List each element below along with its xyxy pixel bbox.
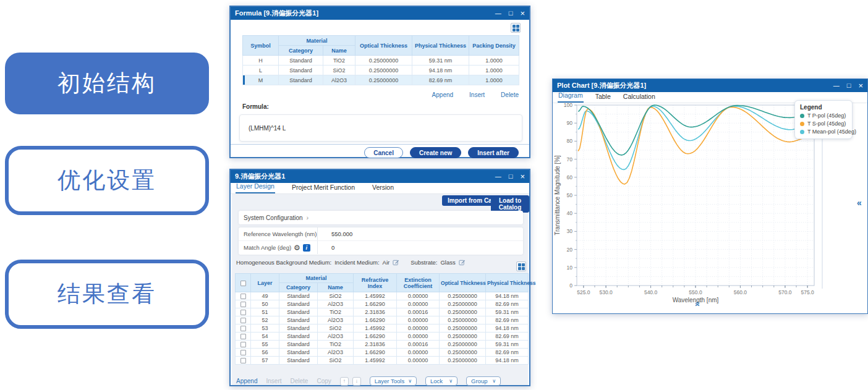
move-up-button[interactable]: ↑ xyxy=(340,377,349,386)
insert-link[interactable]: Insert xyxy=(469,91,485,98)
close-icon[interactable]: × xyxy=(520,172,525,180)
cell-physical_thickness: 82.69 nm xyxy=(486,300,529,308)
layer-table-row[interactable]: 57StandardSiO21.459920.000000.2500000094… xyxy=(236,357,529,365)
cell-optical_thickness: 0.25000000 xyxy=(440,300,486,308)
cell-physical_thickness: 94.18 nm xyxy=(486,357,529,365)
cell-physical_thickness: 94.18 nm xyxy=(412,66,469,75)
minimize-icon[interactable]: — xyxy=(833,83,840,89)
row-checkbox[interactable] xyxy=(240,294,246,299)
layer-table-row[interactable]: 50StandardAl2O31.662900.000000.250000008… xyxy=(236,300,529,308)
delete-link[interactable]: Delete xyxy=(501,91,519,98)
select-all-checkbox[interactable] xyxy=(240,281,246,286)
table-settings-icon[interactable] xyxy=(516,261,526,271)
formula-table-row[interactable]: HStandardTiO20.2500000059.31 nm1.0000 xyxy=(243,56,519,66)
delete-link[interactable]: Delete xyxy=(291,378,308,384)
cell-physical_thickness: 94.18 nm xyxy=(486,324,529,333)
close-icon[interactable]: × xyxy=(520,9,525,17)
row-checkbox[interactable] xyxy=(240,326,246,331)
row-checkbox[interactable] xyxy=(240,318,246,323)
move-down-button[interactable]: ↓ xyxy=(352,377,361,386)
cell-layer: 57 xyxy=(251,357,279,365)
collapse-panel-icon[interactable]: « xyxy=(857,198,862,208)
cell-category: Standard xyxy=(279,341,318,349)
settings-panel: Reference Wavelength (nm) 550.000 Match … xyxy=(239,227,523,255)
insert-link[interactable]: Insert xyxy=(266,378,281,384)
tab-project-merit-function[interactable]: Project Merit Function xyxy=(291,181,355,193)
formula-table-row[interactable]: MStandardAl2O30.2500000082.69 nm1.0000 xyxy=(243,75,519,85)
info-icon[interactable]: i xyxy=(303,244,310,252)
maximize-icon[interactable]: □ xyxy=(847,82,851,89)
cell-physical_thickness: 59.31 nm xyxy=(486,308,529,316)
layer-table-row[interactable]: 56StandardAl2O31.662900.000000.250000008… xyxy=(236,349,529,357)
copy-link[interactable]: Copy xyxy=(317,378,331,384)
formula-label: Formula: xyxy=(242,103,269,110)
insert-after-button[interactable]: Insert after xyxy=(468,147,519,158)
row-checkbox[interactable] xyxy=(240,310,246,315)
layer-table-row[interactable]: 53StandardSiO21.459920.000000.2500000094… xyxy=(236,324,529,333)
lock-dropdown[interactable]: Lock ∨ xyxy=(425,376,457,386)
legend-title: Legend xyxy=(800,104,847,111)
system-configuration-section[interactable]: System Configuration › xyxy=(239,211,523,224)
cell-physical_thickness: 59.31 nm xyxy=(486,341,529,349)
svg-text:530.0: 530.0 xyxy=(599,289,613,295)
formula-dialog-title: Formula [9.消偏振分光器1] xyxy=(235,9,495,18)
svg-text:60: 60 xyxy=(567,174,573,180)
menu-calculation[interactable]: Calculation xyxy=(623,90,656,103)
cell-name: TiO2 xyxy=(318,308,354,316)
layer-table-row[interactable]: 55StandardTiO22.318360.000160.2500000059… xyxy=(236,341,529,349)
match-angle-value[interactable]: 0 xyxy=(318,241,523,254)
cell-category: Standard xyxy=(279,357,318,365)
layer-table-row[interactable]: 52StandardAl2O31.662900.000000.250000008… xyxy=(236,316,529,324)
maximize-icon[interactable]: □ xyxy=(509,173,513,180)
step-optimization-settings[interactable]: 优化设置 xyxy=(5,146,209,215)
row-checkbox[interactable] xyxy=(240,342,246,347)
row-checkbox[interactable] xyxy=(240,358,246,363)
reference-wavelength-value[interactable]: 550.000 xyxy=(318,227,523,240)
cell-optical_thickness: 0.25000000 xyxy=(440,333,486,341)
row-checkbox[interactable] xyxy=(240,350,246,355)
layer-table-row[interactable]: 54StandardAl2O31.662900.000000.250000008… xyxy=(236,333,529,341)
up-arrow-icon: ↑ xyxy=(343,378,346,384)
row-checkbox[interactable] xyxy=(240,334,246,339)
tab-layer-design[interactable]: Layer Design xyxy=(236,180,275,193)
append-link[interactable]: Append xyxy=(236,378,257,384)
layer-table-row[interactable]: 49StandardSiO21.459920.000000.2500000094… xyxy=(236,292,529,300)
group-dropdown[interactable]: Group ∨ xyxy=(466,376,501,386)
maximize-icon[interactable]: □ xyxy=(509,10,513,17)
tab-version[interactable]: Version xyxy=(372,181,394,193)
cell-category: Standard xyxy=(279,75,323,85)
substrate-label: Substrate: xyxy=(411,259,437,266)
gear-icon[interactable]: ⚙ xyxy=(294,244,300,252)
incident-medium-value: Air xyxy=(383,259,390,266)
formula-table-row[interactable]: LStandardSiO20.2500000094.18 nm1.0000 xyxy=(243,66,519,75)
chart-legend: Legend T P-pol (45deg)T S-pol (45deg)T M… xyxy=(794,100,853,139)
formula-input[interactable]: (LMHM)^14 L xyxy=(239,114,522,142)
cell-category: Standard xyxy=(279,333,318,341)
step-result-view[interactable]: 结果查看 xyxy=(5,260,209,329)
cell-packing_density: 1.0000 xyxy=(469,75,519,85)
create-new-button[interactable]: Create new xyxy=(410,147,461,158)
col-extinction-coefficient: Extinction Coefficient xyxy=(397,274,440,292)
minimize-icon[interactable]: — xyxy=(495,174,501,180)
append-link[interactable]: Append xyxy=(432,91,453,98)
layer-tools-dropdown[interactable]: Layer Tools ∨ xyxy=(370,376,417,386)
table-settings-icon[interactable] xyxy=(511,23,521,33)
edit-icon[interactable] xyxy=(459,259,466,266)
collapse-bottom-icon[interactable]: « xyxy=(693,302,703,307)
menu-table[interactable]: Table xyxy=(595,90,611,103)
step-initial-structure[interactable]: 初始结构 xyxy=(5,53,209,114)
cell-optical_thickness: 0.25000000 xyxy=(440,292,486,300)
close-icon[interactable]: × xyxy=(858,82,863,90)
load-to-catalog-button[interactable]: Load to Catalog xyxy=(491,195,529,213)
cell-optical_thickness: 0.25000000 xyxy=(440,349,486,357)
cell-optical_thickness: 0.25000000 xyxy=(440,341,486,349)
cell-refractive_index: 1.45992 xyxy=(354,324,397,333)
chevron-down-icon: ∨ xyxy=(492,378,496,384)
edit-icon[interactable] xyxy=(393,259,399,266)
row-checkbox[interactable] xyxy=(240,302,246,307)
cancel-button[interactable]: Cancel xyxy=(364,147,403,158)
menu-diagram[interactable]: Diagram xyxy=(558,89,584,103)
layer-table-row[interactable]: 51StandardTiO22.318360.000160.2500000059… xyxy=(236,308,529,316)
legend-dot-icon xyxy=(800,130,804,134)
minimize-icon[interactable]: — xyxy=(495,11,501,17)
